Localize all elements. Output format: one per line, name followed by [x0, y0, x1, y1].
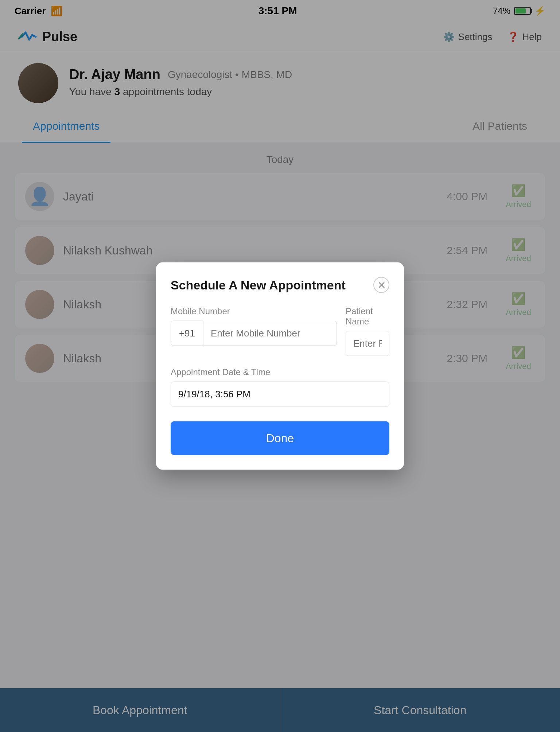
- patient-name-group: Patient Name: [346, 306, 389, 356]
- mobile-number-input[interactable]: [203, 321, 337, 346]
- schedule-appointment-modal: Schedule A New Appointment ✕ Mobile Numb…: [156, 262, 404, 470]
- mobile-input-group: +91: [171, 321, 337, 346]
- form-row-2: Appointment Date & Time: [171, 367, 389, 407]
- modal-title: Schedule A New Appointment: [171, 278, 346, 292]
- modal-header: Schedule A New Appointment ✕: [171, 277, 389, 293]
- patient-name-input[interactable]: [346, 331, 389, 356]
- patient-label: Patient Name: [346, 306, 389, 327]
- mobile-label: Mobile Number: [171, 306, 337, 316]
- datetime-input[interactable]: [171, 382, 389, 407]
- mobile-number-group: Mobile Number +91: [171, 306, 337, 356]
- modal-close-button[interactable]: ✕: [373, 277, 389, 293]
- country-code[interactable]: +91: [171, 321, 203, 346]
- done-button[interactable]: Done: [171, 421, 389, 455]
- datetime-group: Appointment Date & Time: [171, 367, 389, 407]
- form-row-1: Mobile Number +91 Patient Name: [171, 306, 389, 356]
- close-icon: ✕: [377, 279, 386, 291]
- datetime-label: Appointment Date & Time: [171, 367, 389, 377]
